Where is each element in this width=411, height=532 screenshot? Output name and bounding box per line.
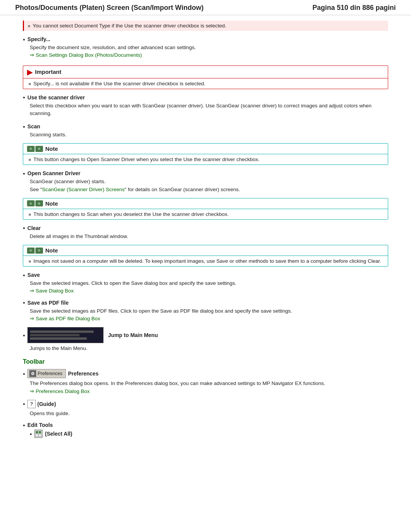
guide-body: Opens this guide. [30,410,388,417]
preferences-heading-row: ● ⚙ Preferences Preferences [23,369,388,378]
save-dialog-link[interactable]: Save Dialog Box [30,288,74,294]
svg-rect-2 [36,434,38,436]
open-scanner-driver-body: ScanGear (scanner driver) starts. See "S… [30,178,388,193]
open-scanner-body2-prefix: See " [30,187,42,192]
svg-rect-3 [39,434,41,436]
preferences-btn-icon: ⚙ [29,370,36,377]
note-header-1: Note [23,144,388,154]
important-text: Specify... is not available if the Use t… [33,81,206,86]
select-all-svg [35,431,41,437]
jump-btn-image [27,327,104,343]
select-all-bullet: ● [30,431,32,437]
save-body: Save the selected images. Click to open … [30,280,388,295]
note-icon-3 [27,248,43,254]
note-body-2: ■ This button changes to Scan when you d… [23,209,388,219]
preferences-body: The Preferences dialog box opens. In the… [30,380,388,395]
important-bullet: ■ [29,81,31,86]
important-box: ▶ Important ■ Specify... is not availabl… [23,66,388,89]
note-box-2: Note ■ This button changes to Scan when … [23,198,388,220]
note-text-1: This button changes to Open Scanner Driv… [33,157,260,162]
note-icon-1 [27,146,43,152]
select-all-item: ● (Select All) [30,430,388,438]
preferences-button-image: ⚙ Preferences [27,369,66,378]
clear-heading: Clear [23,225,388,231]
note-text-2: This button changes to Scan when you des… [33,211,229,217]
note-body-3: ■ Images not saved on a computer will be… [23,256,388,266]
toolbar-section: Toolbar ● ⚙ Preferences Preferences The … [23,358,388,438]
important-title: Important [35,69,61,75]
important-body: ■ Specify... is not available if the Use… [23,78,388,89]
toolbar-heading: Toolbar [23,358,388,365]
note-box-1: Note ■ This button changes to Open Scann… [23,143,388,165]
jump-main-menu-body: Jumps to the Main Menu. [30,345,388,352]
specify-section: Specify... Specify the document size, re… [23,36,388,59]
note-icon-2 [27,200,43,206]
clear-body: Delete all images in the Thumbnail windo… [30,233,388,240]
save-pdf-heading: Save as PDF file [23,300,388,306]
scan-heading: Scan [23,123,388,129]
svg-rect-0 [36,431,38,433]
note-book-icon-3 [27,248,35,254]
toolbar-guide-item: ● ? (Guide) Opens this guide. [23,400,388,417]
note-header-3: Note [23,245,388,256]
scan-body: Scanning starts. [30,131,388,139]
select-all-heading-text: (Select All) [45,430,72,438]
use-scanner-driver-body: Select this checkbox when you want to sc… [30,102,388,118]
clear-section: Clear Delete all images in the Thumbnail… [23,225,388,240]
save-pdf-body: Save the selected images as PDF files. C… [30,307,388,323]
page-header: Photos/Documents (Platen) Screen (Scan/I… [0,0,411,15]
guide-heading-row: ● ? (Guide) [23,400,388,408]
page-number: Pagina 510 din 886 pagini [312,4,396,12]
use-scanner-driver-section: Use the scanner driver Select this check… [23,94,388,118]
jump-main-menu-section: Jump to Main Menu Jumps to the Main Menu… [23,327,388,352]
note-bullet-2: ■ [29,212,31,217]
save-heading: Save [23,272,388,278]
important-flag-icon: ▶ [27,68,33,76]
save-section: Save Save the selected images. Click to … [23,272,388,295]
scan-settings-link[interactable]: Scan Settings Dialog Box (Photos/Documen… [30,52,142,58]
note-bullet-1: ■ [29,157,31,162]
preferences-heading-text: Preferences [68,371,99,377]
save-pdf-dialog-link[interactable]: Save as PDF file Dialog Box [30,316,100,321]
open-scanner-body2-suffix: " for details on ScanGear (scanner drive… [124,187,240,192]
warning-text: You cannot select Document Type if the U… [33,23,226,29]
specify-heading: Specify... [23,36,388,42]
edit-tools-heading: Edit Tools [23,422,388,428]
note-title-3: Note [45,247,58,254]
guide-bullet: ● [23,402,25,406]
important-header: ▶ Important [23,66,388,78]
edit-tools-body: ● (Select All) [30,430,388,438]
scangear-screens-link[interactable]: ScanGear (Scanner Driver) Screens [42,187,125,192]
note-book-icon-1b [35,146,43,152]
note-body-1: ■ This button changes to Open Scanner Dr… [23,154,388,165]
jump-main-menu-heading: Jump to Main Menu [23,327,388,343]
preferences-btn-label: Preferences [38,371,62,376]
note-title-1: Note [45,145,58,152]
preferences-dialog-link[interactable]: Preferences Dialog Box [30,388,90,394]
preferences-bullet: ● [23,372,25,376]
toolbar-preferences-item: ● ⚙ Preferences Preferences The Preferen… [23,369,388,395]
warning-bar: ■ You cannot select Document Type if the… [23,21,388,31]
open-scanner-driver-section: Open Scanner Driver ScanGear (scanner dr… [23,170,388,193]
note-box-3: Note ■ Images not saved on a computer wi… [23,245,388,267]
page-title: Photos/Documents (Platen) Screen (Scan/I… [15,4,204,12]
scan-section: Scan Scanning starts. [23,123,388,139]
select-all-icon-image [34,430,43,438]
note-title-2: Note [45,200,58,207]
note-book-icon-1 [27,146,35,152]
specify-body: Specify the document size, resolution, a… [30,44,388,59]
note-bullet-3: ■ [29,259,31,264]
note-book-icon-3b [35,248,43,254]
toolbar-edit-tools-item: Edit Tools ● (Select All) [23,422,388,438]
note-header-2: Note [23,198,388,209]
save-pdf-section: Save as PDF file Save the selected image… [23,300,388,323]
svg-rect-1 [39,431,41,433]
note-book-icon-2b [35,200,43,206]
note-book-icon-2 [27,200,35,206]
use-scanner-driver-heading: Use the scanner driver [23,94,388,101]
guide-button-image: ? [27,400,36,408]
guide-heading-text: (Guide) [37,401,56,407]
open-scanner-driver-heading: Open Scanner Driver [23,170,388,176]
note-text-3: Images not saved on a computer will be d… [33,258,381,264]
warning-bullet: ■ [28,24,30,28]
